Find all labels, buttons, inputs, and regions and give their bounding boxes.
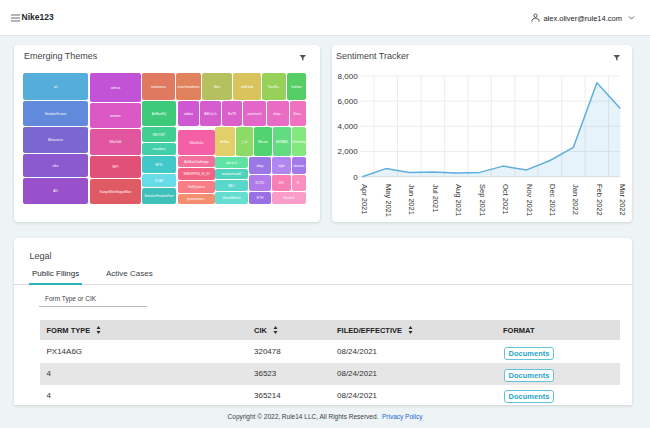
svg-text:8,000: 8,000 <box>338 72 359 81</box>
svg-text:Jan 2022: Jan 2022 <box>571 184 580 215</box>
svg-text:4,000: 4,000 <box>338 122 359 131</box>
svg-text:Oct 2021: Oct 2021 <box>501 184 510 214</box>
svg-text:Aug 2021: Aug 2021 <box>454 184 463 216</box>
svg-text:0: 0 <box>353 173 358 182</box>
svg-text:Dec 2021: Dec 2021 <box>548 184 557 216</box>
svg-text:6,000: 6,000 <box>338 97 359 106</box>
svg-text:Jun 2021: Jun 2021 <box>407 184 416 215</box>
svg-text:Apr 2021: Apr 2021 <box>360 184 369 214</box>
svg-text:Feb 2022: Feb 2022 <box>595 184 604 216</box>
svg-text:Mar 2022: Mar 2022 <box>618 184 627 216</box>
svg-text:May 2021: May 2021 <box>384 184 393 217</box>
svg-text:Jul 2021: Jul 2021 <box>431 184 440 212</box>
svg-text:2,000: 2,000 <box>338 147 359 156</box>
svg-text:Nov 2021: Nov 2021 <box>525 184 534 216</box>
svg-text:Sep 2021: Sep 2021 <box>478 184 487 216</box>
